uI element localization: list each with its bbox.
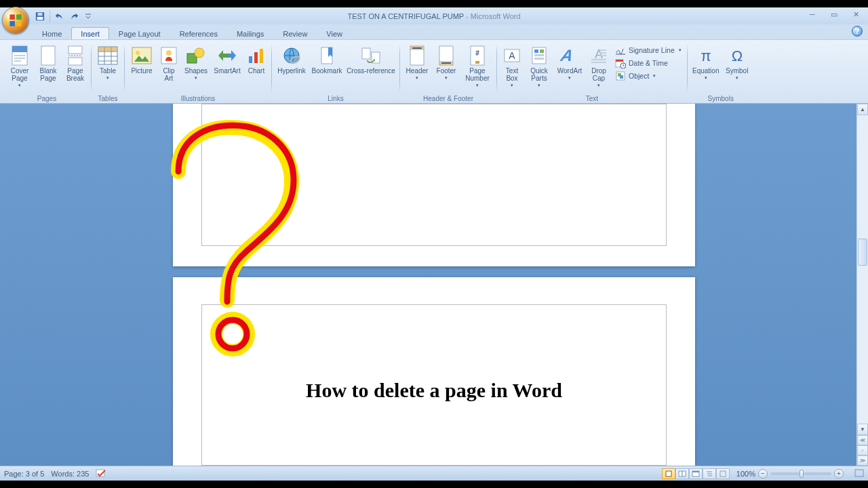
- page-number-button[interactable]: # Page Number▾: [461, 43, 494, 89]
- svg-rect-6: [14, 55, 25, 56]
- smartart-button[interactable]: SmartArt: [212, 43, 243, 77]
- qat-save-button[interactable]: [34, 10, 46, 22]
- cover-page-icon: [9, 45, 31, 66]
- table-button[interactable]: Table▾: [94, 43, 121, 82]
- svg-rect-30: [412, 47, 422, 49]
- clip-art-button[interactable]: Clip Art: [157, 43, 180, 84]
- signature-line-button[interactable]: Signature Line▾: [612, 44, 684, 56]
- scroll-track[interactable]: [857, 115, 868, 424]
- clip-art-icon: [158, 45, 180, 66]
- text-box-icon: A: [501, 45, 523, 66]
- zoom-out-button[interactable]: −: [758, 469, 768, 479]
- equation-button[interactable]: π Equation▾: [690, 43, 722, 82]
- full-screen-reading-view-button[interactable]: [675, 468, 689, 479]
- svg-rect-41: [540, 49, 544, 53]
- group-pages: Cover Page▾ Blank Page Page Break Pages: [3, 41, 91, 103]
- zoom-slider[interactable]: [770, 472, 831, 475]
- page-lower[interactable]: How to delete a page in Word: [173, 277, 695, 466]
- symbol-button[interactable]: Ω Symbol▾: [723, 43, 751, 82]
- drop-cap-button[interactable]: A Drop Cap▾: [587, 43, 611, 89]
- shapes-button[interactable]: Shapes▾: [182, 43, 210, 82]
- date-time-button[interactable]: Date & Time: [612, 57, 684, 69]
- svg-point-17: [166, 50, 172, 56]
- svg-text:#: #: [475, 49, 479, 57]
- cover-page-button[interactable]: Cover Page▾: [5, 43, 34, 89]
- footer-button[interactable]: Footer▾: [433, 43, 460, 82]
- tab-page-layout[interactable]: Page Layout: [109, 27, 170, 39]
- svg-rect-48: [600, 55, 606, 56]
- chart-button[interactable]: Chart: [244, 43, 269, 77]
- qat-customize-dropdown[interactable]: [82, 10, 94, 22]
- outline-view-button[interactable]: [703, 468, 716, 479]
- group-symbols: π Equation▾ Ω Symbol▾ Symbols: [688, 41, 754, 103]
- next-page-button[interactable]: ≫: [857, 455, 868, 466]
- web-layout-view-button[interactable]: [689, 468, 703, 479]
- qat-undo-button[interactable]: [54, 10, 66, 22]
- zoom-in-button[interactable]: +: [834, 469, 844, 479]
- zoom-slider-thumb[interactable]: [800, 470, 804, 478]
- draft-view-button[interactable]: [716, 468, 730, 479]
- browse-object-button[interactable]: ◦: [857, 445, 868, 455]
- document-scroll[interactable]: How to delete a page in Word: [0, 104, 868, 466]
- page-upper[interactable]: [173, 104, 695, 266]
- bookmark-button[interactable]: Bookmark: [310, 43, 344, 77]
- blank-page-button[interactable]: Blank Page: [35, 43, 61, 84]
- close-button[interactable]: ✕: [848, 9, 864, 20]
- page-break-button[interactable]: Page Break: [62, 43, 88, 84]
- svg-rect-26: [362, 48, 370, 59]
- tab-review[interactable]: Review: [273, 27, 317, 39]
- svg-rect-47: [600, 52, 606, 54]
- status-page[interactable]: Page: 3 of 5: [4, 470, 44, 478]
- tab-view[interactable]: View: [317, 27, 352, 39]
- svg-text:A: A: [509, 50, 515, 61]
- svg-rect-10: [68, 46, 82, 54]
- vertical-scrollbar[interactable]: ▲ ▼ ≪ ◦ ≫: [856, 104, 868, 466]
- tab-insert[interactable]: Insert: [71, 27, 109, 39]
- view-buttons: [662, 468, 730, 479]
- office-button[interactable]: [2, 7, 29, 34]
- cross-reference-button[interactable]: Cross-reference: [345, 43, 397, 77]
- group-label-text: Text: [500, 94, 684, 103]
- tab-references[interactable]: References: [170, 27, 227, 39]
- qat-redo-button[interactable]: [68, 10, 80, 22]
- tab-mailings[interactable]: Mailings: [227, 27, 273, 39]
- hyperlink-button[interactable]: Hyperlink: [275, 43, 309, 77]
- header-button[interactable]: Header▾: [403, 43, 431, 82]
- object-button[interactable]: Object▾: [612, 70, 684, 82]
- svg-rect-66: [692, 471, 699, 472]
- scroll-down-button[interactable]: ▼: [857, 424, 868, 435]
- window-title: TEST ON A CENTRIFUGAL PUMP - Microsoft W…: [0, 12, 868, 20]
- group-label-symbols: Symbols: [690, 94, 751, 103]
- status-full-screen-icon[interactable]: [854, 469, 864, 479]
- help-button[interactable]: ?: [852, 26, 863, 37]
- date-time-icon: [615, 58, 626, 68]
- picture-icon: [131, 45, 153, 66]
- text-box-button[interactable]: A Text Box▾: [500, 43, 524, 89]
- status-proofing-icon[interactable]: [96, 468, 106, 479]
- svg-rect-50: [591, 62, 606, 63]
- shapes-icon: [185, 45, 207, 66]
- svg-text:A: A: [559, 47, 575, 64]
- previous-page-button[interactable]: ≪: [857, 435, 868, 445]
- minimize-button[interactable]: ─: [804, 9, 821, 20]
- svg-rect-8: [14, 60, 21, 62]
- object-icon: [615, 70, 626, 81]
- scroll-up-button[interactable]: ▲: [857, 104, 868, 115]
- wordart-button[interactable]: A WordArt▾: [554, 43, 585, 82]
- status-words[interactable]: Words: 235: [51, 470, 89, 478]
- maximize-button[interactable]: ▭: [826, 9, 842, 20]
- cross-reference-icon: [360, 45, 382, 66]
- quick-parts-button[interactable]: Quick Parts▾: [526, 43, 553, 89]
- quick-access-toolbar: [34, 10, 94, 22]
- group-illustrations: Picture Clip Art Shapes▾ SmartArt Chart: [125, 41, 271, 103]
- svg-rect-69: [856, 471, 862, 475]
- scroll-thumb[interactable]: [858, 239, 867, 266]
- svg-rect-64: [682, 471, 686, 476]
- zoom-level[interactable]: 100%: [736, 470, 755, 478]
- page-number-icon: #: [467, 45, 488, 66]
- ribbon: Cover Page▾ Blank Page Page Break Pages …: [0, 39, 868, 104]
- group-label-links: Links: [275, 94, 397, 103]
- picture-button[interactable]: Picture: [127, 43, 156, 77]
- print-layout-view-button[interactable]: [662, 468, 675, 479]
- tab-home[interactable]: Home: [33, 27, 71, 39]
